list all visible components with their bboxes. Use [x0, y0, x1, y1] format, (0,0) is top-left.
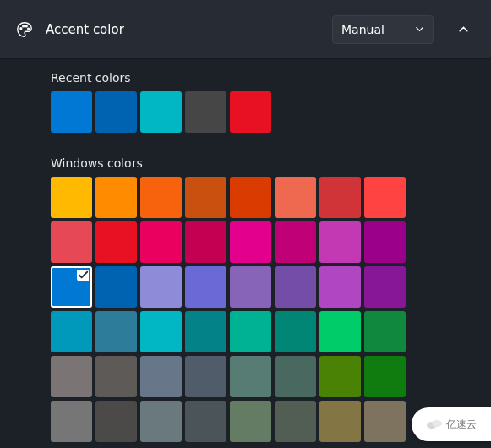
recent-colors-row: [51, 91, 491, 133]
accent-color-header: Accent color Manual: [0, 0, 491, 59]
collapse-button[interactable]: [450, 15, 476, 44]
windows-color-swatch[interactable]: [185, 221, 226, 263]
windows-color-swatch[interactable]: [95, 221, 137, 263]
windows-color-swatch[interactable]: [95, 311, 137, 352]
windows-color-swatch[interactable]: [95, 266, 137, 308]
page-title: Accent color: [46, 22, 320, 37]
windows-color-swatch[interactable]: [95, 401, 137, 442]
windows-color-swatch[interactable]: [51, 221, 92, 263]
windows-color-swatch[interactable]: [95, 177, 137, 218]
svg-point-3: [28, 28, 30, 30]
windows-color-swatch[interactable]: [140, 401, 182, 442]
windows-color-swatch[interactable]: [51, 266, 92, 308]
windows-color-swatch[interactable]: [275, 221, 316, 263]
windows-color-swatch[interactable]: [95, 356, 137, 397]
windows-color-swatch[interactable]: [230, 356, 271, 397]
windows-color-swatch[interactable]: [230, 401, 271, 442]
svg-point-2: [25, 25, 27, 26]
svg-point-5: [432, 420, 442, 427]
windows-color-swatch[interactable]: [185, 177, 226, 218]
accent-mode-value: Manual: [341, 23, 385, 36]
windows-color-swatch[interactable]: [51, 356, 92, 397]
windows-color-swatch[interactable]: [364, 401, 406, 442]
watermark-badge: 亿速云: [412, 407, 491, 441]
svg-point-1: [23, 25, 25, 26]
windows-color-swatch[interactable]: [319, 266, 361, 308]
windows-color-swatch[interactable]: [185, 311, 226, 352]
windows-color-swatch[interactable]: [51, 311, 92, 352]
windows-color-swatch[interactable]: [319, 356, 361, 397]
chevron-down-icon: [414, 25, 424, 35]
windows-color-swatch[interactable]: [319, 401, 361, 442]
windows-color-swatch[interactable]: [275, 266, 316, 308]
recent-color-swatch[interactable]: [185, 91, 226, 133]
windows-colors-grid: [51, 177, 491, 442]
windows-color-swatch[interactable]: [140, 356, 182, 397]
windows-color-swatch[interactable]: [364, 311, 406, 352]
windows-color-swatch[interactable]: [185, 356, 226, 397]
windows-color-swatch[interactable]: [185, 266, 226, 308]
windows-color-swatch[interactable]: [319, 221, 361, 263]
windows-color-swatch[interactable]: [140, 177, 182, 218]
recent-colors-label: Recent colors: [51, 71, 491, 85]
recent-color-swatch[interactable]: [51, 91, 92, 133]
accent-color-content: Recent colors Windows colors: [0, 59, 491, 442]
windows-color-swatch[interactable]: [230, 177, 271, 218]
recent-color-swatch[interactable]: [230, 91, 271, 133]
windows-colors-label: Windows colors: [51, 156, 491, 170]
recent-color-swatch[interactable]: [95, 91, 137, 133]
svg-point-0: [20, 27, 22, 29]
palette-icon: [15, 20, 34, 39]
windows-color-swatch[interactable]: [364, 266, 406, 308]
windows-color-swatch[interactable]: [51, 177, 92, 218]
windows-color-swatch[interactable]: [230, 311, 271, 352]
windows-color-swatch[interactable]: [140, 221, 182, 263]
windows-color-swatch[interactable]: [275, 177, 316, 218]
accent-mode-dropdown[interactable]: Manual: [332, 15, 434, 44]
windows-color-swatch[interactable]: [140, 311, 182, 352]
windows-color-swatch[interactable]: [364, 356, 406, 397]
windows-color-swatch[interactable]: [319, 311, 361, 352]
recent-color-swatch[interactable]: [140, 91, 182, 133]
windows-color-swatch[interactable]: [51, 401, 92, 442]
windows-color-swatch[interactable]: [140, 266, 182, 308]
windows-color-swatch[interactable]: [230, 266, 271, 308]
windows-color-swatch[interactable]: [275, 356, 316, 397]
windows-color-swatch[interactable]: [364, 221, 406, 263]
watermark-text: 亿速云: [446, 418, 477, 432]
windows-color-swatch[interactable]: [319, 177, 361, 218]
windows-color-swatch[interactable]: [364, 177, 406, 218]
windows-color-swatch[interactable]: [275, 401, 316, 442]
windows-color-swatch[interactable]: [230, 221, 271, 263]
windows-color-swatch[interactable]: [275, 311, 316, 352]
windows-color-swatch[interactable]: [185, 401, 226, 442]
